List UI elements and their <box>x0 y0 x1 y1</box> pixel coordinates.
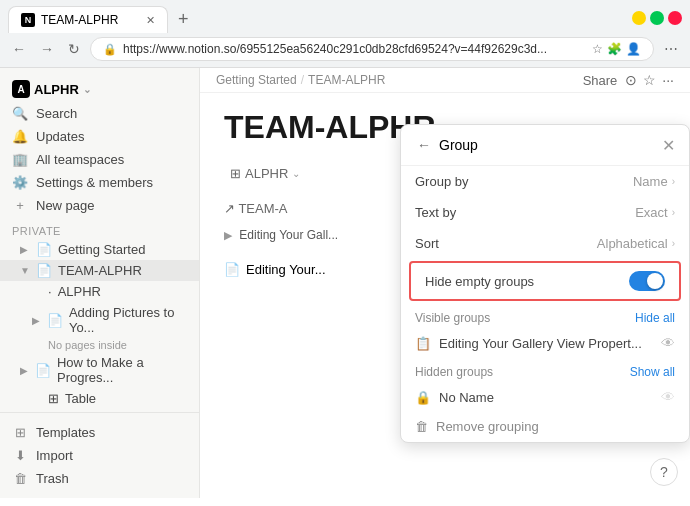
hide-all-button[interactable]: Hide all <box>635 311 675 325</box>
chevron-right-icon: › <box>672 238 675 249</box>
sidebar-item-progress[interactable]: ▶ 📄 How to Make a Progres... <box>0 352 199 388</box>
plus-icon: + <box>12 198 28 213</box>
editing-icon: 📄 <box>224 262 240 277</box>
gear-icon: ⚙️ <box>12 175 28 190</box>
workspace-name[interactable]: A ALPHR ⌄ <box>12 80 91 98</box>
page-icon: 📄 <box>35 363 51 378</box>
sort-value: Alphabetical › <box>597 236 675 251</box>
sidebar-item-adding-pictures[interactable]: ▶ 📄 Adding Pictures to Yo... <box>0 302 199 338</box>
workspace-header: A ALPHR ⌄ <box>0 76 199 102</box>
help-icon[interactable]: ⊙ <box>625 72 637 88</box>
group-panel: ← Group ✕ Group by Name › Text by Exact … <box>400 124 690 443</box>
grid-icon: ⊞ <box>230 166 241 181</box>
tab-title: TEAM-ALPHR <box>41 13 118 27</box>
chevron-right-icon: › <box>672 207 675 218</box>
new-tab-button[interactable]: + <box>172 7 195 32</box>
templates-icon: ⊞ <box>12 425 28 440</box>
forward-button[interactable]: → <box>36 39 58 59</box>
gallery-item-label: ▶ Editing Your Gall... <box>224 228 338 242</box>
bookmark-star-icon[interactable]: ☆ <box>592 42 603 56</box>
workspace-chevron-icon: ⌄ <box>83 84 91 95</box>
visible-group-text: Editing Your Gallery View Propert... <box>439 336 661 351</box>
team-a-link[interactable]: ↗ TEAM-A <box>224 201 288 216</box>
dot-icon: · <box>48 284 52 299</box>
chevron-right-icon: › <box>672 176 675 187</box>
header-share-area: Share ⊙ ☆ ··· <box>583 72 674 88</box>
share-button[interactable]: Share <box>583 73 618 88</box>
sidebar-item-templates[interactable]: ⊞ Templates <box>0 421 199 444</box>
eye-hidden-icon[interactable]: 👁 <box>661 389 675 405</box>
header-icons: ⊙ ☆ ··· <box>625 72 674 88</box>
teamspaces-icon: 🏢 <box>12 152 28 167</box>
editing-label: Editing Your... <box>246 262 326 277</box>
sidebar-item-search[interactable]: 🔍 Search <box>0 102 199 125</box>
workspace-icon: A <box>12 80 30 98</box>
sort-label: Sort <box>415 236 597 251</box>
minimize-button[interactable] <box>632 11 646 25</box>
help-button[interactable]: ? <box>650 458 678 486</box>
more-icon[interactable]: ··· <box>662 72 674 88</box>
hide-empty-toggle[interactable] <box>629 271 665 291</box>
lock-icon: 🔒 <box>415 390 431 405</box>
sort-row[interactable]: Sort Alphabetical › <box>401 228 689 259</box>
visible-group-item[interactable]: 📋 Editing Your Gallery View Propert... 👁 <box>401 329 689 357</box>
page-icon: 📄 <box>36 242 52 257</box>
maximize-button[interactable] <box>650 11 664 25</box>
hidden-groups-section: Hidden groups Show all <box>401 357 689 383</box>
address-bar[interactable]: 🔒 https://www.notion.so/6955125ea56240c2… <box>90 37 654 61</box>
search-icon: 🔍 <box>12 106 28 121</box>
tree-arrow-icon: ▶ <box>20 365 31 376</box>
group-by-row[interactable]: Group by Name › <box>401 166 689 197</box>
hide-empty-label: Hide empty groups <box>425 274 629 289</box>
sidebar-item-table[interactable]: ▶ ⊞ Table <box>0 388 199 409</box>
gallery-icon: 📋 <box>415 336 431 351</box>
sidebar-item-teamspaces[interactable]: 🏢 All teamspaces <box>0 148 199 171</box>
tab-close-button[interactable]: ✕ <box>146 14 155 27</box>
breadcrumb-separator: / <box>301 73 304 87</box>
group-panel-back-button[interactable]: ← <box>415 135 433 155</box>
browser-tab[interactable]: N TEAM-ALPHR ✕ <box>8 6 168 33</box>
extensions-icon[interactable]: 🧩 <box>607 42 622 56</box>
tree-arrow-icon: ▶ <box>20 244 32 255</box>
profile-icon[interactable]: 👤 <box>626 42 641 56</box>
visible-groups-label: Visible groups <box>415 311 490 325</box>
hidden-group-item[interactable]: 🔒 No Name 👁 <box>401 383 689 411</box>
back-button[interactable]: ← <box>8 39 30 59</box>
hide-empty-groups-row[interactable]: Hide empty groups <box>409 261 681 301</box>
trash-icon: 🗑 <box>12 471 28 486</box>
group-by-label: Group by <box>415 174 633 189</box>
more-options-button[interactable]: ⋯ <box>660 39 682 59</box>
refresh-button[interactable]: ↻ <box>64 39 84 59</box>
breadcrumb-part1[interactable]: Getting Started <box>216 73 297 87</box>
sidebar-item-new-page[interactable]: + New page <box>0 194 199 217</box>
tree-arrow-icon: ▶ <box>32 315 43 326</box>
close-window-button[interactable] <box>668 11 682 25</box>
show-all-button[interactable]: Show all <box>630 365 675 379</box>
no-pages-label: No pages inside <box>0 338 199 352</box>
sidebar: A ALPHR ⌄ 🔍 Search 🔔 Updates 🏢 All teams… <box>0 68 200 498</box>
text-by-row[interactable]: Text by Exact › <box>401 197 689 228</box>
page-icon: 📄 <box>36 263 52 278</box>
sidebar-item-import[interactable]: ⬇ Import <box>0 444 199 467</box>
table-icon: ⊞ <box>48 391 59 406</box>
sidebar-item-settings[interactable]: ⚙️ Settings & members <box>0 171 199 194</box>
remove-grouping-label: Remove grouping <box>436 419 539 434</box>
eye-visible-icon[interactable]: 👁 <box>661 335 675 351</box>
breadcrumb: Getting Started / TEAM-ALPHR Share ⊙ ☆ ·… <box>200 68 690 93</box>
group-panel-close-button[interactable]: ✕ <box>662 136 675 155</box>
remove-grouping-row[interactable]: 🗑 Remove grouping <box>401 411 689 442</box>
db-name-label: ALPHR <box>245 166 288 181</box>
database-name-button[interactable]: ⊞ ALPHR ⌄ <box>224 163 306 184</box>
sidebar-item-getting-started[interactable]: ▶ 📄 Getting Started <box>0 239 199 260</box>
sidebar-item-alphr[interactable]: ▶ · ALPHR <box>0 281 199 302</box>
group-panel-header: ← Group ✕ <box>401 125 689 166</box>
sidebar-item-trash[interactable]: 🗑 Trash <box>0 467 199 490</box>
main-content: Getting Started / TEAM-ALPHR Share ⊙ ☆ ·… <box>200 68 690 498</box>
sidebar-item-team-alphr[interactable]: ▼ 📄 TEAM-ALPHR <box>0 260 199 281</box>
breadcrumb-part2[interactable]: TEAM-ALPHR <box>308 73 385 87</box>
star-icon[interactable]: ☆ <box>643 72 656 88</box>
page-icon: 📄 <box>47 313 63 328</box>
sidebar-item-updates[interactable]: 🔔 Updates <box>0 125 199 148</box>
group-by-value: Name › <box>633 174 675 189</box>
text-by-label: Text by <box>415 205 635 220</box>
